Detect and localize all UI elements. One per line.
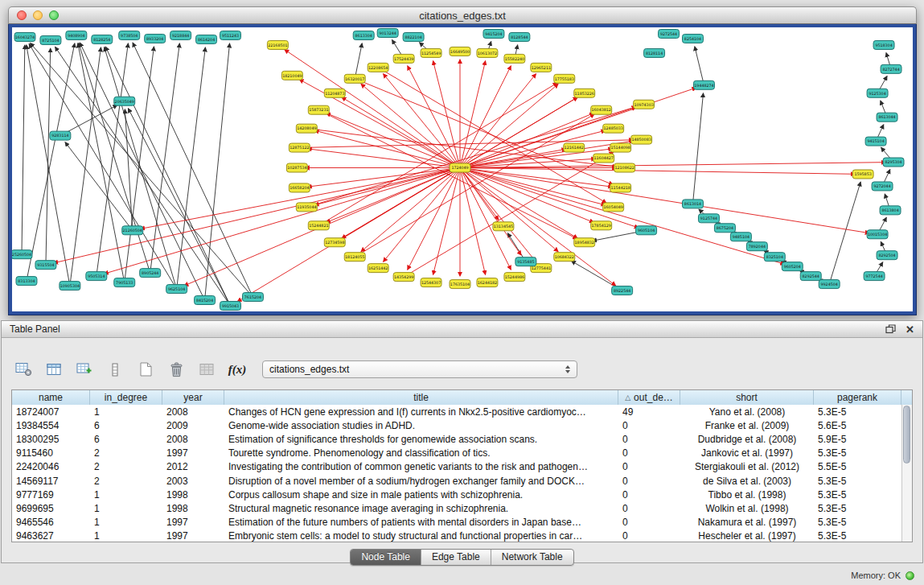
graph-node[interactable]: 12875122 [289, 143, 310, 152]
graph-node[interactable]: 7615204 [242, 293, 263, 302]
table-row[interactable]: 911546021997Tourette syndrome. Phenomeno… [12, 447, 912, 460]
table-row[interactable]: 946554611997Estimation of the future num… [12, 516, 912, 529]
graph-edge[interactable] [829, 182, 860, 284]
graph-node[interactable]: 8613804 [880, 206, 901, 215]
graph-edge[interactable] [133, 43, 253, 297]
tab-node-table[interactable]: Node Table [351, 550, 421, 565]
graph-edge[interactable] [65, 142, 133, 231]
float-panel-icon[interactable] [885, 324, 896, 334]
graph-node[interactable]: 8325104 [764, 253, 785, 262]
graph-node[interactable]: 7892044 [746, 242, 767, 251]
graph-node[interactable]: 15244986 [504, 273, 525, 282]
graph-node[interactable]: 16244182 [477, 278, 498, 287]
graph-node[interactable]: 15144098 [610, 143, 631, 152]
graph-node[interactable]: 16320017 [344, 74, 365, 83]
graph-node[interactable]: 1595853 [852, 170, 873, 179]
graph-node[interactable]: 8128114 [644, 48, 665, 57]
graph-edge[interactable] [205, 43, 230, 300]
graph-node[interactable]: 12108622 [614, 163, 635, 172]
graph-edge[interactable] [105, 47, 177, 290]
column-header-out_degree[interactable]: △out_de… [618, 390, 680, 405]
graph-node[interactable]: 15582240 [504, 54, 525, 63]
scrollbar-thumb[interactable] [903, 406, 910, 463]
close-button[interactable] [17, 10, 27, 20]
graph-edge[interactable] [27, 43, 75, 281]
graph-node[interactable]: 8292504 [877, 251, 897, 260]
graph-node[interactable]: 16054049 [603, 203, 624, 212]
graph-node[interactable]: 10684322 [554, 253, 575, 262]
network-window[interactable]: citations_edges.txt 17240491210862211544… [8, 6, 917, 315]
graph-node[interactable]: 9272544 [659, 29, 680, 38]
graph-edge[interactable] [78, 43, 125, 282]
graph-node[interactable]: 17524439 [393, 54, 414, 63]
function-builder-icon[interactable]: f(x) [228, 363, 247, 377]
graph-node[interactable]: 8613304 [353, 31, 374, 39]
graph-node[interactable]: 16043812 [591, 105, 612, 114]
network-canvas[interactable]: 1724049121086221154421816054049178541291… [12, 27, 913, 311]
graph-node[interactable]: 8272744 [881, 64, 901, 73]
graph-node[interactable]: 7905133 [114, 278, 135, 287]
new-column-icon[interactable] [74, 360, 95, 379]
graph-node[interactable]: 9125744 [698, 214, 719, 223]
graph-edge[interactable] [460, 168, 785, 265]
graph-node[interactable]: 8905244 [140, 269, 161, 278]
graph-edge[interactable] [150, 43, 180, 273]
table-panel-header[interactable]: Table Panel ✕ [2, 321, 922, 338]
graph-node[interactable]: 13134545 [493, 222, 514, 231]
graph-node[interactable]: 14208049 [296, 124, 317, 133]
graph-node[interactable]: 10613072 [477, 48, 498, 57]
table-selector-dropdown[interactable]: citations_edges.txt [262, 360, 577, 378]
graph-node[interactable]: 12544307 [421, 278, 441, 287]
graph-node[interactable]: 11935044 [296, 203, 317, 212]
graph-node[interactable]: 9272044 [872, 182, 893, 191]
graph-node[interactable]: 16251442 [368, 264, 388, 273]
graph-node[interactable]: 8822104 [403, 32, 424, 41]
graph-node[interactable]: 12208654 [368, 63, 388, 72]
new-file-icon[interactable] [135, 360, 156, 379]
graph-node[interactable]: 12161442 [564, 143, 585, 152]
graph-node[interactable]: 19448274 [693, 80, 714, 89]
graph-node[interactable]: 9505314 [86, 272, 107, 281]
graph-node[interactable]: 8933204 [145, 34, 166, 43]
graph-edge[interactable] [460, 88, 696, 168]
graph-edge[interactable] [79, 43, 150, 273]
row-tools-icon[interactable] [105, 360, 125, 379]
graph-node[interactable]: 9915043 [220, 302, 241, 311]
graph-edge[interactable] [318, 83, 557, 225]
graph-node[interactable]: 9625104 [166, 285, 187, 294]
graph-edge[interactable] [31, 43, 253, 297]
graph-node[interactable]: 9485104 [730, 233, 751, 241]
graph-node[interactable]: 11853226 [574, 89, 595, 97]
column-header-short[interactable]: short [680, 390, 814, 405]
graph-node[interactable]: 9013244 [377, 28, 398, 37]
graph-edge[interactable] [141, 168, 460, 229]
graph-node[interactable]: 17755183 [554, 74, 575, 83]
close-panel-icon[interactable]: ✕ [906, 324, 914, 335]
graph-node[interactable]: 10974303 [634, 100, 655, 109]
graph-node[interactable]: 9415104 [865, 137, 886, 146]
graph-node[interactable]: 15873231 [308, 105, 329, 114]
graph-node[interactable]: 9605204 [782, 262, 803, 271]
graph-node[interactable]: 16658204 [289, 183, 310, 192]
graph-node[interactable]: 9772544 [864, 272, 885, 281]
column-header-year[interactable]: year [162, 390, 224, 405]
graph-node[interactable]: 8725104 [40, 35, 61, 44]
graph-edge[interactable] [460, 168, 855, 175]
graph-node[interactable]: 8313304 [16, 277, 37, 286]
graph-edge[interactable] [692, 93, 703, 204]
graph-node[interactable]: 8675204 [714, 224, 735, 233]
graph-node[interactable]: 8292544 [800, 272, 821, 281]
graph-node[interactable]: 9283114 [50, 131, 71, 140]
table-row[interactable]: 1830029562008Estimation of significance … [12, 432, 912, 446]
graph-node[interactable]: 12965211 [531, 63, 552, 72]
table-row[interactable]: 969969511998Structural magnetic resonanc… [12, 501, 912, 515]
graph-edge[interactable] [104, 168, 460, 274]
graph-node[interactable]: 18124055 [344, 253, 365, 262]
graph-node[interactable]: 9135485 [515, 257, 536, 266]
graph-edge[interactable] [460, 168, 639, 229]
table-row[interactable]: 2242004622012Investigating the contribut… [12, 460, 912, 474]
column-visibility-icon[interactable] [43, 360, 64, 379]
graph-node[interactable]: 11544218 [610, 183, 631, 192]
graph-node[interactable]: 8613044 [877, 113, 897, 122]
graph-node[interactable]: 18210049 [281, 71, 302, 80]
